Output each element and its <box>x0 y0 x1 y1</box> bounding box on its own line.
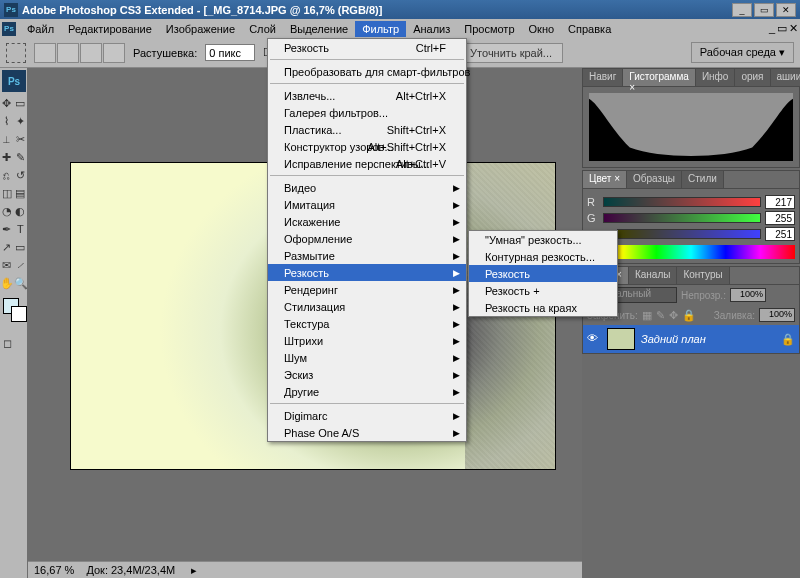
g-slider[interactable] <box>603 213 761 223</box>
menu-фильтр[interactable]: Фильтр <box>355 21 406 37</box>
menu-item[interactable]: Оформление▶ <box>268 230 466 247</box>
menu-item[interactable]: РезкостьCtrl+F <box>268 39 466 56</box>
type-tool[interactable]: T <box>14 220 28 238</box>
zoom-tool[interactable]: 🔍 <box>14 274 28 292</box>
menu-item[interactable]: Digimarc▶ <box>268 407 466 424</box>
visibility-icon[interactable]: 👁 <box>587 332 601 346</box>
tab[interactable]: ашии <box>771 69 800 86</box>
minimize-button[interactable]: _ <box>732 3 752 17</box>
menu-item[interactable]: Штрихи▶ <box>268 332 466 349</box>
move-tool[interactable]: ✥ <box>0 94 14 112</box>
g-input[interactable] <box>765 211 795 225</box>
menu-item[interactable]: Пластика...Shift+Ctrl+X <box>268 121 466 138</box>
menu-окно[interactable]: Окно <box>522 21 562 37</box>
tool-preset-icon[interactable] <box>6 43 26 63</box>
tab[interactable]: ория <box>735 69 770 86</box>
blur-tool[interactable]: ◔ <box>0 202 14 220</box>
menu-item[interactable]: Исправление перспективы...Alt+Ctrl+V <box>268 155 466 172</box>
menu-item[interactable]: Видео▶ <box>268 179 466 196</box>
menu-item[interactable]: Phase One A/S▶ <box>268 424 466 441</box>
quickmask-toggle[interactable]: ◻ <box>0 334 14 352</box>
tab[interactable]: Каналы <box>629 267 678 284</box>
zoom-level[interactable]: 16,67 % <box>34 564 74 576</box>
gradient-tool[interactable]: ▤ <box>14 184 28 202</box>
menu-item[interactable]: Шум▶ <box>268 349 466 366</box>
menu-item[interactable]: Резкость▶"Умная" резкость...Контурная ре… <box>268 264 466 281</box>
menu-item[interactable]: Галерея фильтров... <box>268 104 466 121</box>
path-tool[interactable]: ↗ <box>0 238 14 256</box>
menu-item[interactable]: Контурная резкость... <box>469 248 617 265</box>
eyedropper-tool[interactable]: ⟋ <box>14 256 28 274</box>
b-slider[interactable] <box>617 229 761 239</box>
menu-анализ[interactable]: Анализ <box>406 21 457 37</box>
history-brush-tool[interactable]: ↺ <box>14 166 28 184</box>
wand-tool[interactable]: ✦ <box>14 112 28 130</box>
menu-item[interactable]: Резкость + <box>469 282 617 299</box>
marquee-tool[interactable]: ▭ <box>14 94 28 112</box>
shape-tool[interactable]: ▭ <box>14 238 28 256</box>
stamp-tool[interactable]: ⎌ <box>0 166 14 184</box>
heal-tool[interactable]: ✚ <box>0 148 14 166</box>
menu-выделение[interactable]: Выделение <box>283 21 355 37</box>
menu-item[interactable]: Резкость на краях <box>469 299 617 316</box>
tab[interactable]: Контуры <box>677 267 729 284</box>
brush-tool[interactable]: ✎ <box>14 148 28 166</box>
menu-item[interactable]: "Умная" резкость... <box>469 231 617 248</box>
fill-input[interactable]: 100% <box>759 308 795 322</box>
feather-input[interactable] <box>205 44 255 61</box>
menu-item[interactable]: Эскиз▶ <box>268 366 466 383</box>
pen-tool[interactable]: ✒ <box>0 220 14 238</box>
selection-add-icon[interactable] <box>57 43 79 63</box>
eraser-tool[interactable]: ◫ <box>0 184 14 202</box>
lock-position-icon[interactable]: ✥ <box>669 309 678 322</box>
menu-слой[interactable]: Слой <box>242 21 283 37</box>
doc-minimize-button[interactable]: _ <box>769 22 775 35</box>
menu-item[interactable]: Текстура▶ <box>268 315 466 332</box>
close-button[interactable]: ✕ <box>776 3 796 17</box>
hand-tool[interactable]: ✋ <box>0 274 14 292</box>
crop-tool[interactable]: ⟂ <box>0 130 14 148</box>
tab[interactable]: Образцы <box>627 171 682 188</box>
menu-item[interactable]: Искажение▶ <box>268 213 466 230</box>
selection-intersect-icon[interactable] <box>103 43 125 63</box>
menu-item[interactable]: Размытие▶ <box>268 247 466 264</box>
menu-изображение[interactable]: Изображение <box>159 21 242 37</box>
color-swatches[interactable] <box>3 298 24 328</box>
selection-new-icon[interactable] <box>34 43 56 63</box>
tab[interactable]: Цвет × <box>583 171 627 188</box>
workspace-switcher[interactable]: Рабочая среда ▾ <box>691 42 794 63</box>
tab[interactable]: Стили <box>682 171 724 188</box>
menu-item[interactable]: Имитация▶ <box>268 196 466 213</box>
opacity-input[interactable]: 100% <box>730 288 766 302</box>
menu-item[interactable]: Конструктор узоров...Alt+Shift+Ctrl+X <box>268 138 466 155</box>
menu-item[interactable]: Извлечь...Alt+Ctrl+X <box>268 87 466 104</box>
refine-edge-button[interactable]: Уточнить край... <box>459 43 563 63</box>
lock-pixels-icon[interactable]: ✎ <box>656 309 665 322</box>
menu-файл[interactable]: Файл <box>20 21 61 37</box>
color-spectrum[interactable] <box>587 245 795 259</box>
dodge-tool[interactable]: ◐ <box>14 202 28 220</box>
doc-close-button[interactable]: ✕ <box>789 22 798 35</box>
maximize-button[interactable]: ▭ <box>754 3 774 17</box>
menu-item[interactable]: Преобразовать для смарт-фильтров <box>268 63 466 80</box>
menu-просмотр[interactable]: Просмотр <box>457 21 521 37</box>
notes-tool[interactable]: ✉ <box>0 256 14 274</box>
r-input[interactable] <box>765 195 795 209</box>
slice-tool[interactable]: ✂ <box>14 130 28 148</box>
selection-subtract-icon[interactable] <box>80 43 102 63</box>
lock-all-icon[interactable]: 🔒 <box>682 309 696 322</box>
lock-transparency-icon[interactable]: ▦ <box>642 309 652 322</box>
menu-item[interactable]: Резкость <box>469 265 617 282</box>
r-slider[interactable] <box>603 197 761 207</box>
b-input[interactable] <box>765 227 795 241</box>
menu-справка[interactable]: Справка <box>561 21 618 37</box>
doc-restore-button[interactable]: ▭ <box>777 22 787 35</box>
tab[interactable]: Инфо <box>696 69 736 86</box>
menu-item[interactable]: Стилизация▶ <box>268 298 466 315</box>
layer-item[interactable]: 👁 Задний план 🔒 <box>583 325 799 353</box>
lasso-tool[interactable]: ⌇ <box>0 112 14 130</box>
menu-редактирование[interactable]: Редактирование <box>61 21 159 37</box>
tab[interactable]: Навиг <box>583 69 623 86</box>
menu-item[interactable]: Другие▶ <box>268 383 466 400</box>
tab[interactable]: Гистограмма × <box>623 69 696 86</box>
